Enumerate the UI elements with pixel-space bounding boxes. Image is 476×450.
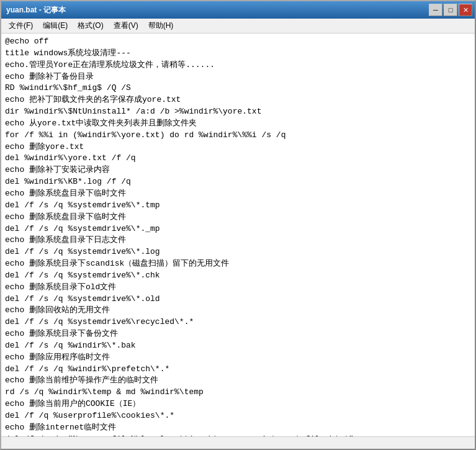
titlebar: yuan.bat - 记事本 ─ □ ✕ xyxy=(1,1,475,19)
text-editor[interactable]: @echo off title windows系统垃圾清理--- echo.管理… xyxy=(1,34,475,436)
window-title: yuan.bat - 记事本 xyxy=(6,5,66,16)
menu-view[interactable]: 查看(V) xyxy=(109,19,143,32)
menu-help[interactable]: 帮助(H) xyxy=(143,19,179,32)
maximize-button[interactable]: □ xyxy=(444,4,457,16)
close-button[interactable]: ✕ xyxy=(459,4,472,16)
menu-edit[interactable]: 编辑(E) xyxy=(38,19,73,32)
main-window: yuan.bat - 记事本 ─ □ ✕ 文件(F) 编辑(E) 格式(O) 查… xyxy=(0,0,476,450)
minimize-button[interactable]: ─ xyxy=(429,4,442,16)
menu-file[interactable]: 文件(F) xyxy=(4,19,38,32)
menu-format[interactable]: 格式(O) xyxy=(73,19,108,32)
content-area: @echo off title windows系统垃圾清理--- echo.管理… xyxy=(1,34,475,436)
statusbar xyxy=(1,436,475,449)
menubar: 文件(F) 编辑(E) 格式(O) 查看(V) 帮助(H) xyxy=(1,19,475,34)
titlebar-buttons: ─ □ ✕ xyxy=(429,4,472,16)
